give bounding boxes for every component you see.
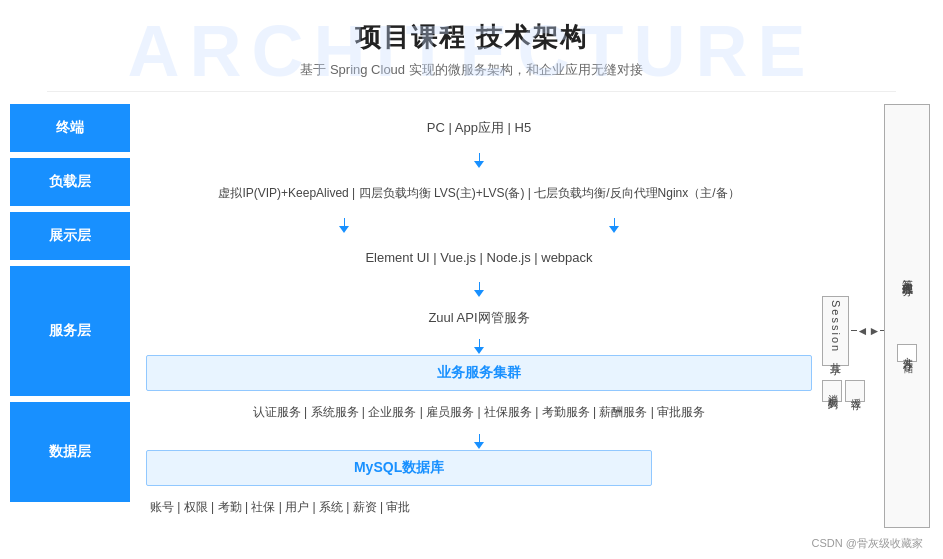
main-container: ARCHITECTURE 项目课程 技术架构 基于 Spring Cloud 实… bbox=[0, 0, 943, 559]
data-side-panels: 消息队列 缓存 bbox=[822, 380, 884, 402]
center-content: PC | App应用 | H5 虚拟IP(VIP)+KeepAlived | 四… bbox=[130, 104, 818, 528]
row-load: 虚拟IP(VIP)+KeepAlived | 四层负载均衡 LVS(主)+LVS… bbox=[140, 169, 818, 217]
arrow-5 bbox=[140, 433, 818, 450]
row-display: Element UI | Vue.js | Node.js | webpack bbox=[140, 233, 818, 281]
row-data-items: 账号 | 权限 | 考勤 | 社保 | 用户 | 系统 | 薪资 | 审批 bbox=[140, 486, 818, 528]
message-queue-panel: 消息队列 bbox=[822, 380, 842, 402]
arrow-1 bbox=[140, 152, 818, 169]
main-title: 项目课程 技术架构 bbox=[0, 20, 943, 55]
label-data: 数据层 bbox=[10, 402, 130, 502]
label-display: 展示层 bbox=[10, 212, 130, 260]
title-section: 项目课程 技术架构 基于 Spring Cloud 实现的微服务架构，和企业应用… bbox=[0, 20, 943, 79]
row-service-cluster: 业务服务集群 bbox=[140, 355, 818, 391]
label-terminal: 终端 bbox=[10, 104, 130, 152]
arrow-4 bbox=[140, 338, 818, 355]
arrow-3 bbox=[140, 281, 818, 298]
file-storage-panel: 文件存储 bbox=[897, 344, 917, 362]
divider bbox=[47, 91, 896, 92]
session-area: Session共享 ◄► bbox=[822, 296, 884, 366]
row-mysql: MySQL数据库 bbox=[140, 450, 818, 486]
terminal-text: PC | App应用 | H5 bbox=[427, 119, 531, 137]
arrows-load bbox=[140, 217, 818, 233]
mysql-bar: MySQL数据库 bbox=[146, 450, 652, 486]
row-terminal: PC | App应用 | H5 bbox=[140, 104, 818, 152]
row-services: 认证服务 | 系统服务 | 企业服务 | 雇员服务 | 社保服务 | 考勤服务 … bbox=[140, 391, 818, 433]
services-text: 认证服务 | 系统服务 | 企业服务 | 雇员服务 | 社保服务 | 考勤服务 … bbox=[253, 404, 706, 421]
attribution: CSDN @骨灰级收藏家 bbox=[0, 536, 943, 551]
subtitle: 基于 Spring Cloud 实现的微服务架构，和企业应用无缝对接 bbox=[0, 61, 943, 79]
architecture-diagram: 终端 负载层 展示层 服务层 数据层 PC | App应用 | H5 bbox=[0, 104, 943, 528]
label-load: 负载层 bbox=[10, 158, 130, 206]
data-items-text: 账号 | 权限 | 考勤 | 社保 | 用户 | 系统 | 薪资 | 审批 bbox=[150, 499, 411, 516]
third-party-panel: 第三方代理服务 文件存储 bbox=[884, 104, 930, 528]
right-side-panels: Session共享 ◄► 消息队列 bbox=[818, 104, 933, 528]
display-text: Element UI | Vue.js | Node.js | webpack bbox=[365, 250, 592, 265]
left-labels: 终端 负载层 展示层 服务层 数据层 bbox=[10, 104, 130, 528]
label-service: 服务层 bbox=[10, 266, 130, 396]
service-cluster-bar: 业务服务集群 bbox=[146, 355, 812, 391]
load-text: 虚拟IP(VIP)+KeepAlived | 四层负载均衡 LVS(主)+LVS… bbox=[218, 185, 739, 202]
cache-panel: 缓存 bbox=[845, 380, 865, 402]
gateway-text: Zuul API网管服务 bbox=[428, 309, 529, 327]
session-panel: Session共享 bbox=[822, 296, 849, 366]
row-gateway: Zuul API网管服务 bbox=[140, 298, 818, 338]
